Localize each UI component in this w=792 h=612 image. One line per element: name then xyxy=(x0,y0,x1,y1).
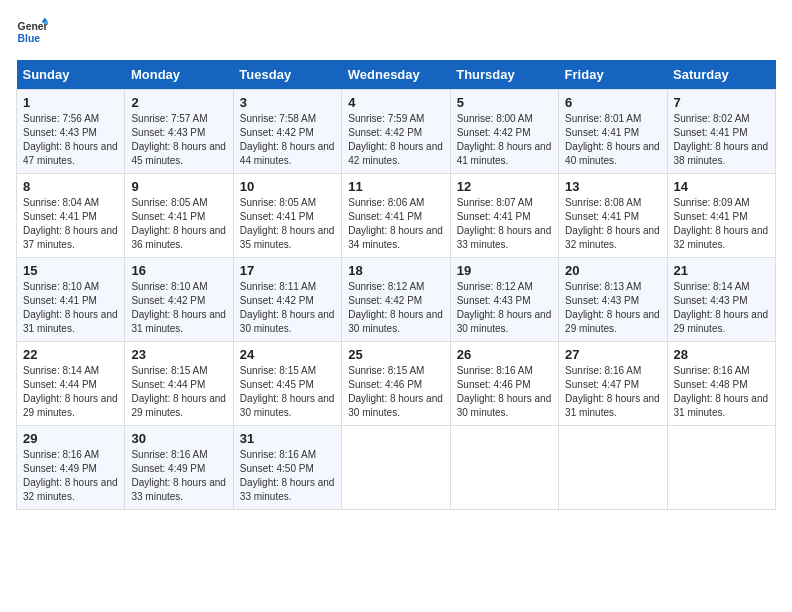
calendar-cell xyxy=(342,426,450,510)
weekday-header-cell: Thursday xyxy=(450,60,558,90)
calendar-cell: 10 Sunrise: 8:05 AMSunset: 4:41 PMDaylig… xyxy=(233,174,341,258)
calendar-cell: 17 Sunrise: 8:11 AMSunset: 4:42 PMDaylig… xyxy=(233,258,341,342)
day-number: 28 xyxy=(674,347,769,362)
day-detail: Sunrise: 7:58 AMSunset: 4:42 PMDaylight:… xyxy=(240,112,335,168)
day-detail: Sunrise: 8:07 AMSunset: 4:41 PMDaylight:… xyxy=(457,196,552,252)
day-number: 18 xyxy=(348,263,443,278)
day-detail: Sunrise: 8:00 AMSunset: 4:42 PMDaylight:… xyxy=(457,112,552,168)
day-detail: Sunrise: 7:59 AMSunset: 4:42 PMDaylight:… xyxy=(348,112,443,168)
day-detail: Sunrise: 8:12 AMSunset: 4:43 PMDaylight:… xyxy=(457,280,552,336)
calendar-table: SundayMondayTuesdayWednesdayThursdayFrid… xyxy=(16,60,776,510)
day-number: 25 xyxy=(348,347,443,362)
day-number: 12 xyxy=(457,179,552,194)
svg-text:General: General xyxy=(18,21,48,32)
day-number: 2 xyxy=(131,95,226,110)
calendar-cell: 12 Sunrise: 8:07 AMSunset: 4:41 PMDaylig… xyxy=(450,174,558,258)
header: General Blue xyxy=(16,16,776,48)
day-number: 26 xyxy=(457,347,552,362)
calendar-cell: 30 Sunrise: 8:16 AMSunset: 4:49 PMDaylig… xyxy=(125,426,233,510)
calendar-cell: 24 Sunrise: 8:15 AMSunset: 4:45 PMDaylig… xyxy=(233,342,341,426)
day-number: 24 xyxy=(240,347,335,362)
day-number: 5 xyxy=(457,95,552,110)
day-number: 1 xyxy=(23,95,118,110)
weekday-header-cell: Sunday xyxy=(17,60,125,90)
calendar-body: 1 Sunrise: 7:56 AMSunset: 4:43 PMDayligh… xyxy=(17,90,776,510)
day-number: 8 xyxy=(23,179,118,194)
day-number: 10 xyxy=(240,179,335,194)
day-detail: Sunrise: 8:14 AMSunset: 4:43 PMDaylight:… xyxy=(674,280,769,336)
day-number: 31 xyxy=(240,431,335,446)
calendar-week-row: 29 Sunrise: 8:16 AMSunset: 4:49 PMDaylig… xyxy=(17,426,776,510)
day-number: 17 xyxy=(240,263,335,278)
calendar-cell: 8 Sunrise: 8:04 AMSunset: 4:41 PMDayligh… xyxy=(17,174,125,258)
day-detail: Sunrise: 8:16 AMSunset: 4:49 PMDaylight:… xyxy=(23,448,118,504)
calendar-cell: 28 Sunrise: 8:16 AMSunset: 4:48 PMDaylig… xyxy=(667,342,775,426)
day-number: 14 xyxy=(674,179,769,194)
calendar-cell: 21 Sunrise: 8:14 AMSunset: 4:43 PMDaylig… xyxy=(667,258,775,342)
calendar-cell xyxy=(667,426,775,510)
weekday-header-cell: Friday xyxy=(559,60,667,90)
calendar-cell: 14 Sunrise: 8:09 AMSunset: 4:41 PMDaylig… xyxy=(667,174,775,258)
day-detail: Sunrise: 8:11 AMSunset: 4:42 PMDaylight:… xyxy=(240,280,335,336)
calendar-cell xyxy=(450,426,558,510)
calendar-week-row: 22 Sunrise: 8:14 AMSunset: 4:44 PMDaylig… xyxy=(17,342,776,426)
day-number: 13 xyxy=(565,179,660,194)
calendar-cell: 19 Sunrise: 8:12 AMSunset: 4:43 PMDaylig… xyxy=(450,258,558,342)
calendar-cell xyxy=(559,426,667,510)
day-number: 27 xyxy=(565,347,660,362)
day-detail: Sunrise: 8:16 AMSunset: 4:46 PMDaylight:… xyxy=(457,364,552,420)
day-number: 6 xyxy=(565,95,660,110)
day-detail: Sunrise: 8:06 AMSunset: 4:41 PMDaylight:… xyxy=(348,196,443,252)
calendar-cell: 22 Sunrise: 8:14 AMSunset: 4:44 PMDaylig… xyxy=(17,342,125,426)
calendar-cell: 4 Sunrise: 7:59 AMSunset: 4:42 PMDayligh… xyxy=(342,90,450,174)
logo-icon: General Blue xyxy=(16,16,48,48)
calendar-cell: 15 Sunrise: 8:10 AMSunset: 4:41 PMDaylig… xyxy=(17,258,125,342)
day-number: 30 xyxy=(131,431,226,446)
day-detail: Sunrise: 7:56 AMSunset: 4:43 PMDaylight:… xyxy=(23,112,118,168)
svg-text:Blue: Blue xyxy=(18,33,41,44)
calendar-week-row: 15 Sunrise: 8:10 AMSunset: 4:41 PMDaylig… xyxy=(17,258,776,342)
weekday-header-cell: Wednesday xyxy=(342,60,450,90)
weekday-header-cell: Monday xyxy=(125,60,233,90)
calendar-week-row: 1 Sunrise: 7:56 AMSunset: 4:43 PMDayligh… xyxy=(17,90,776,174)
calendar-cell: 25 Sunrise: 8:15 AMSunset: 4:46 PMDaylig… xyxy=(342,342,450,426)
logo: General Blue xyxy=(16,16,48,48)
day-detail: Sunrise: 8:16 AMSunset: 4:47 PMDaylight:… xyxy=(565,364,660,420)
day-number: 21 xyxy=(674,263,769,278)
calendar-cell: 1 Sunrise: 7:56 AMSunset: 4:43 PMDayligh… xyxy=(17,90,125,174)
day-number: 3 xyxy=(240,95,335,110)
calendar-cell: 2 Sunrise: 7:57 AMSunset: 4:43 PMDayligh… xyxy=(125,90,233,174)
day-number: 4 xyxy=(348,95,443,110)
day-number: 29 xyxy=(23,431,118,446)
day-detail: Sunrise: 8:16 AMSunset: 4:50 PMDaylight:… xyxy=(240,448,335,504)
calendar-cell: 23 Sunrise: 8:15 AMSunset: 4:44 PMDaylig… xyxy=(125,342,233,426)
calendar-cell: 3 Sunrise: 7:58 AMSunset: 4:42 PMDayligh… xyxy=(233,90,341,174)
day-number: 20 xyxy=(565,263,660,278)
day-number: 11 xyxy=(348,179,443,194)
calendar-week-row: 8 Sunrise: 8:04 AMSunset: 4:41 PMDayligh… xyxy=(17,174,776,258)
day-detail: Sunrise: 8:16 AMSunset: 4:49 PMDaylight:… xyxy=(131,448,226,504)
calendar-cell: 29 Sunrise: 8:16 AMSunset: 4:49 PMDaylig… xyxy=(17,426,125,510)
day-detail: Sunrise: 8:13 AMSunset: 4:43 PMDaylight:… xyxy=(565,280,660,336)
weekday-header-row: SundayMondayTuesdayWednesdayThursdayFrid… xyxy=(17,60,776,90)
calendar-cell: 18 Sunrise: 8:12 AMSunset: 4:42 PMDaylig… xyxy=(342,258,450,342)
day-number: 19 xyxy=(457,263,552,278)
day-detail: Sunrise: 8:16 AMSunset: 4:48 PMDaylight:… xyxy=(674,364,769,420)
weekday-header-cell: Tuesday xyxy=(233,60,341,90)
day-detail: Sunrise: 8:05 AMSunset: 4:41 PMDaylight:… xyxy=(240,196,335,252)
calendar-cell: 7 Sunrise: 8:02 AMSunset: 4:41 PMDayligh… xyxy=(667,90,775,174)
day-number: 7 xyxy=(674,95,769,110)
day-detail: Sunrise: 8:15 AMSunset: 4:44 PMDaylight:… xyxy=(131,364,226,420)
calendar-cell: 13 Sunrise: 8:08 AMSunset: 4:41 PMDaylig… xyxy=(559,174,667,258)
day-detail: Sunrise: 8:02 AMSunset: 4:41 PMDaylight:… xyxy=(674,112,769,168)
calendar-cell: 9 Sunrise: 8:05 AMSunset: 4:41 PMDayligh… xyxy=(125,174,233,258)
day-detail: Sunrise: 8:01 AMSunset: 4:41 PMDaylight:… xyxy=(565,112,660,168)
day-detail: Sunrise: 8:08 AMSunset: 4:41 PMDaylight:… xyxy=(565,196,660,252)
calendar-cell: 5 Sunrise: 8:00 AMSunset: 4:42 PMDayligh… xyxy=(450,90,558,174)
day-number: 16 xyxy=(131,263,226,278)
day-detail: Sunrise: 7:57 AMSunset: 4:43 PMDaylight:… xyxy=(131,112,226,168)
day-detail: Sunrise: 8:04 AMSunset: 4:41 PMDaylight:… xyxy=(23,196,118,252)
calendar-cell: 27 Sunrise: 8:16 AMSunset: 4:47 PMDaylig… xyxy=(559,342,667,426)
calendar-cell: 26 Sunrise: 8:16 AMSunset: 4:46 PMDaylig… xyxy=(450,342,558,426)
calendar-cell: 20 Sunrise: 8:13 AMSunset: 4:43 PMDaylig… xyxy=(559,258,667,342)
